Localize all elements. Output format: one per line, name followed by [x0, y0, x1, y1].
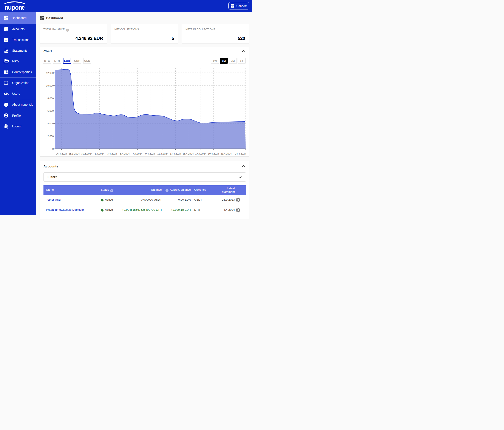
svg-text:10.000: 10.000	[46, 84, 54, 87]
svg-text:5.4.2024: 5.4.2024	[120, 152, 130, 155]
svg-text:28.3.2024: 28.3.2024	[68, 152, 80, 155]
svg-text:2.000: 2.000	[47, 135, 54, 137]
svg-text:7.4.2024: 7.4.2024	[133, 152, 143, 155]
svg-text:11.4.2024: 11.4.2024	[157, 152, 168, 155]
svg-text:0: 0	[52, 147, 54, 150]
svg-text:19.4.2024: 19.4.2024	[208, 152, 219, 155]
svg-text:15.4.2024: 15.4.2024	[182, 152, 194, 155]
svg-text:30.3.2024: 30.3.2024	[81, 152, 92, 155]
svg-text:24.4.2024: 24.4.2024	[235, 152, 246, 155]
svg-text:8.000: 8.000	[47, 97, 54, 100]
svg-text:3.4.2024: 3.4.2024	[107, 152, 117, 155]
svg-text:17.4.2024: 17.4.2024	[195, 152, 206, 155]
svg-text:4.000: 4.000	[47, 122, 54, 125]
svg-text:6.000: 6.000	[47, 109, 54, 112]
svg-text:9.4.2024: 9.4.2024	[145, 152, 155, 155]
svg-text:26.3.2024: 26.3.2024	[56, 152, 67, 155]
svg-text:1.4.2024: 1.4.2024	[94, 152, 104, 155]
svg-text:21.4.2024: 21.4.2024	[220, 152, 232, 155]
svg-text:13.4.2024: 13.4.2024	[170, 152, 181, 155]
svg-text:12.000: 12.000	[46, 72, 54, 74]
